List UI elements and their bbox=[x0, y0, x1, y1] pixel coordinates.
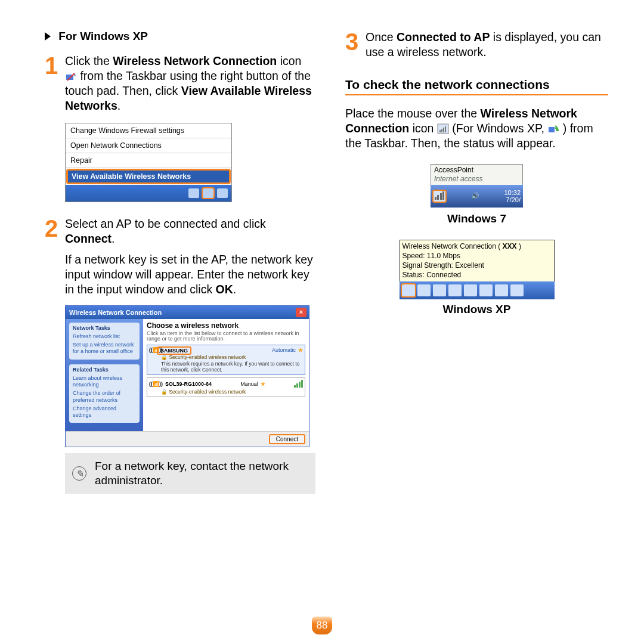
tooltip-line: AccessPoint bbox=[434, 166, 519, 175]
tray-icon bbox=[495, 284, 508, 296]
tooltip: AccessPoint Internet access bbox=[431, 164, 523, 185]
left-column: For Windows XP 1 Click the Wireless Netw… bbox=[45, 30, 315, 494]
menu-item-highlighted[interactable]: View Available Wireless Networks bbox=[66, 169, 231, 184]
note-box: ✎ For a network key, contact the network… bbox=[65, 453, 315, 494]
step-2-paragraph: If a network key is set in the AP, the n… bbox=[65, 252, 315, 297]
sidebar-link[interactable]: Learn about wireless networking bbox=[73, 375, 136, 389]
main-subtext: Click an item in the list below to conne… bbox=[147, 331, 305, 343]
note-icon: ✎ bbox=[72, 466, 86, 481]
figure-label: Windows XP bbox=[345, 303, 608, 316]
winxp-figure: Wireless Network Connection ( XXX ) Spee… bbox=[400, 240, 555, 299]
main-heading: Choose a wireless network bbox=[147, 321, 305, 330]
taskbar-strip bbox=[66, 185, 231, 202]
tray-icon bbox=[188, 188, 199, 198]
svg-rect-7 bbox=[549, 127, 555, 132]
menu-item[interactable]: Change Windows Firewall settings bbox=[66, 123, 231, 138]
figure-label: Windows 7 bbox=[345, 212, 608, 225]
step-number: 1 bbox=[45, 54, 63, 113]
dialog-title: Wireless Network Connection bbox=[69, 309, 162, 316]
step-number: 2 bbox=[45, 216, 63, 246]
close-icon[interactable]: × bbox=[296, 308, 306, 317]
signal-bars-icon bbox=[294, 380, 303, 388]
svg-rect-4 bbox=[441, 129, 442, 132]
tray-icon bbox=[510, 284, 524, 296]
tooltip-line: Wireless Network Connection ( XXX ) bbox=[402, 242, 552, 251]
section-heading: For Windows XP bbox=[45, 30, 315, 43]
dialog-sidebar: Network Tasks Refresh network list Set u… bbox=[66, 319, 143, 432]
network-item[interactable]: ((📶)) SOL39-RG1000-64 Manual ★ 🔒 Securit… bbox=[147, 377, 305, 397]
network-name: SAMSUNG bbox=[157, 346, 191, 355]
tray-icon bbox=[433, 284, 446, 296]
star-icon: ★ bbox=[298, 347, 303, 353]
volume-icon[interactable]: 🔊 bbox=[471, 192, 479, 200]
wireless-tray-icon[interactable] bbox=[203, 188, 213, 198]
section-title: For Windows XP bbox=[58, 30, 148, 42]
wireless-tray-icon[interactable] bbox=[402, 284, 415, 296]
network-mode: Automatic bbox=[272, 347, 296, 353]
context-menu-figure: Change Windows Firewall settings Open Ne… bbox=[65, 123, 232, 202]
step-3: 3 Once Connected to AP is displayed, you… bbox=[345, 30, 608, 60]
win7-figure: AccessPoint Internet access 🔊 10:32 7/20… bbox=[431, 164, 523, 208]
subsection-heading: To check the network connections bbox=[345, 78, 608, 95]
sidebar-link[interactable]: Refresh network list bbox=[73, 333, 136, 340]
wireless-dialog-figure: Wireless Network Connection × Network Ta… bbox=[65, 305, 309, 448]
clock: 10:32 7/20/ bbox=[504, 189, 521, 203]
step-1: 1 Click the Wireless Network Connection … bbox=[45, 54, 315, 113]
star-icon: ★ bbox=[261, 381, 265, 387]
step-body: Select an AP to be connected and click C… bbox=[65, 216, 315, 246]
dialog-footer: Connect bbox=[66, 431, 309, 447]
page-number: 88 bbox=[312, 617, 332, 634]
wireless-win7-icon bbox=[437, 123, 449, 134]
tooltip-line: Speed: 11.0 Mbps bbox=[402, 251, 552, 261]
tooltip-line: Status: Connected bbox=[402, 270, 552, 280]
wireless-xp-icon bbox=[547, 123, 559, 134]
sidebar-heading: Related Tasks bbox=[73, 367, 136, 373]
lock-icon: 🔒 bbox=[161, 389, 168, 395]
step-2: 2 Select an AP to be connected and click… bbox=[45, 216, 315, 246]
tray-icon bbox=[464, 284, 477, 296]
taskbar-strip: 🔊 10:32 7/20/ bbox=[431, 185, 523, 208]
tray-icon bbox=[448, 284, 462, 296]
tray-icon bbox=[217, 188, 228, 198]
tooltip: Wireless Network Connection ( XXX ) Spee… bbox=[400, 240, 555, 282]
step-body: Once Connected to AP is displayed, you c… bbox=[366, 30, 608, 60]
taskbar-strip bbox=[400, 281, 555, 299]
signal-icon: ((📶)) bbox=[149, 381, 163, 387]
svg-rect-3 bbox=[439, 130, 441, 132]
menu-item[interactable]: Open Network Connections bbox=[66, 138, 231, 153]
note-text: For a network key, contact the network a… bbox=[95, 459, 308, 488]
arrow-right-icon bbox=[45, 32, 51, 41]
wireless-tray-icon[interactable] bbox=[432, 190, 447, 203]
dialog-main: Choose a wireless network Click an item … bbox=[143, 319, 309, 432]
tooltip-line: Internet access bbox=[434, 175, 519, 184]
svg-rect-5 bbox=[443, 128, 444, 132]
svg-rect-6 bbox=[445, 126, 446, 132]
network-mode: Manual bbox=[240, 381, 258, 387]
right-column: 3 Once Connected to AP is displayed, you… bbox=[345, 30, 608, 494]
network-item-selected[interactable]: ((📶)) SAMSUNG Automatic ★ 🔒 Security-ena… bbox=[147, 345, 305, 375]
step-body: Click the Wireless Network Connection ic… bbox=[65, 54, 315, 113]
sidebar-link[interactable]: Change advanced settings bbox=[73, 405, 136, 419]
tray-icon bbox=[479, 284, 493, 296]
step-number: 3 bbox=[345, 30, 363, 60]
sidebar-link[interactable]: Set up a wireless network for a home or … bbox=[73, 342, 136, 355]
sidebar-heading: Network Tasks bbox=[73, 325, 136, 332]
tray-icon bbox=[417, 284, 431, 296]
connect-button[interactable]: Connect bbox=[269, 434, 305, 444]
check-paragraph: Place the mouse over the Wireless Networ… bbox=[345, 106, 608, 151]
wireless-xp-icon bbox=[65, 70, 77, 81]
menu-item[interactable]: Repair bbox=[66, 153, 231, 168]
tooltip-line: Signal Strength: Excellent bbox=[402, 261, 552, 270]
sidebar-link[interactable]: Change the order of preferred networks bbox=[73, 390, 136, 404]
network-desc: This network requires a network key. If … bbox=[161, 361, 303, 373]
lock-icon: 🔒 bbox=[161, 354, 168, 360]
network-name: SOL39-RG1000-64 bbox=[165, 381, 212, 387]
dialog-titlebar: Wireless Network Connection × bbox=[66, 306, 309, 319]
